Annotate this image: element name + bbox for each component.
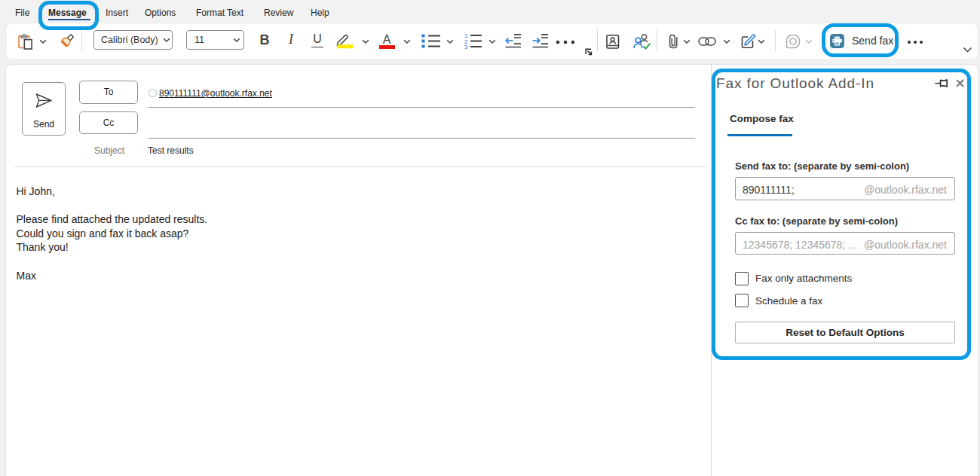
svg-text:3: 3 <box>464 44 468 49</box>
